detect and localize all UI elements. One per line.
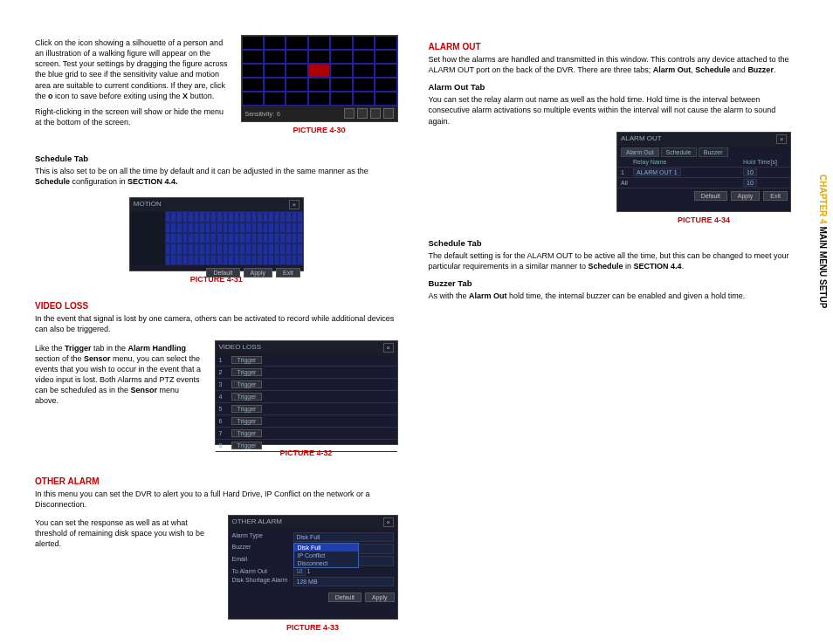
alarm-out-heading: ALARM OUT <box>429 42 792 51</box>
caption-4-34: PICTURE 4-34 <box>616 216 791 224</box>
apply-button: Apply <box>731 191 761 201</box>
sensitivity-label: Sensitivity: <box>245 111 274 117</box>
close-icon: × <box>776 134 787 144</box>
video-loss-p1: In the event that signal is lost by one … <box>35 313 398 334</box>
alarm-out-tabs[interactable]: Alarm OutScheduleBuzzer <box>617 146 790 157</box>
close-icon: × <box>383 343 394 353</box>
motion-figure-icon <box>308 64 330 78</box>
caption-4-30: PICTURE 4-30 <box>241 126 398 134</box>
disk-icon <box>370 108 381 119</box>
alarm-out-p1: Set how the alarms are handled and trans… <box>429 54 792 75</box>
figure-4-30: Sensitivity: 6 PICTURE 4-30 <box>241 35 398 141</box>
other-alarm-heading: OTHER ALARM <box>35 476 398 486</box>
save-icon <box>357 108 368 119</box>
default-button: Default <box>694 191 727 201</box>
buzzer-tab-p: As with the Alarm Out hold time, the int… <box>429 291 792 301</box>
close-icon: × <box>289 200 299 209</box>
person-icon <box>344 108 355 119</box>
caption-4-32: PICTURE 4-32 <box>215 449 398 457</box>
schedule-tab-heading-r: Schedule Tab <box>429 238 792 248</box>
apply-button: Apply <box>365 593 395 602</box>
figure-4-32: VIDEO LOSS× 1Trigger 2Trigger 3Trigger 4… <box>215 340 398 464</box>
exit-button: Exit <box>763 191 788 201</box>
other-alarm-p1: In this menu you can set the DVR to aler… <box>35 489 398 510</box>
figure-4-33: OTHER ALARM× Alarm Type Disk Full Disk F… <box>228 515 398 639</box>
close-icon: × <box>383 517 394 527</box>
left-column: Sensitivity: 6 PICTURE 4-30 Click on the… <box>35 35 420 644</box>
schedule-tab-p-r: The default setting is for the ALARM OUT… <box>429 250 792 271</box>
sensitivity-value: 6 <box>277 111 280 117</box>
sensitivity-bar[interactable]: Sensitivity: 6 <box>242 106 397 121</box>
close-icon <box>383 108 394 119</box>
default-button: Default <box>328 593 361 602</box>
schedule-tab-heading: Schedule Tab <box>35 154 398 163</box>
schedule-tab-paragraph: This is also set to be on all the time b… <box>35 166 398 187</box>
alarm-out-tab-p: You can set the relay alarm out name as … <box>429 94 792 126</box>
alarm-out-tab-heading: Alarm Out Tab <box>429 82 792 92</box>
caption-4-33: PICTURE 4-33 <box>228 623 398 632</box>
figure-4-31: MOTION× DefaultApplyExit PICTURE 4-31 <box>129 197 304 291</box>
figure-4-34: ALARM OUT× Alarm OutScheduleBuzzer Relay… <box>616 132 791 231</box>
right-column: ALARM OUT Set how the alarms are handled… <box>420 35 808 644</box>
video-loss-heading: VIDEO LOSS <box>35 301 398 311</box>
chapter-sidebar: CHAPTER 4 MAIN MENU SETUP <box>818 175 828 308</box>
buzzer-tab-heading: Buzzer Tab <box>429 278 792 288</box>
